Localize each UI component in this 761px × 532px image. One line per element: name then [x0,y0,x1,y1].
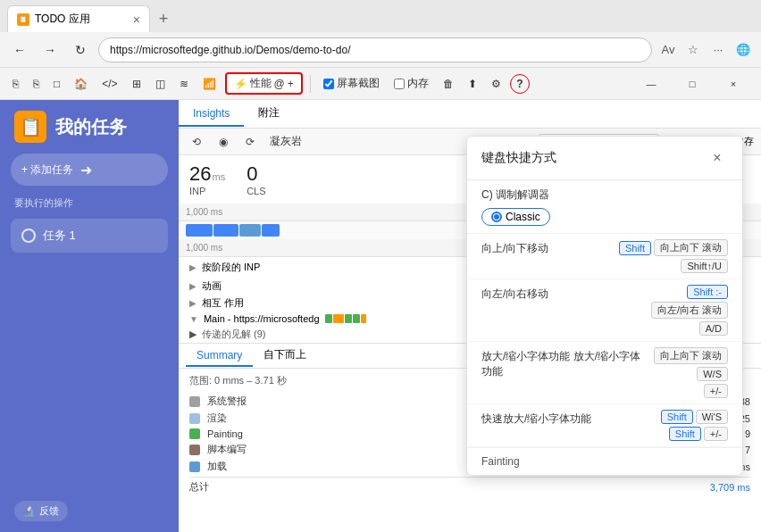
inp-value: 26 [189,162,211,186]
browser-tab[interactable]: 📋 TODO 应用 × [7,5,150,32]
window-controls: — □ × [631,68,754,100]
tab-insights[interactable]: Insights [179,102,244,127]
edge-icon[interactable]: 🌐 [732,39,754,61]
kbd-shift-4: Shift [669,427,701,441]
mini-block-green3 [353,314,360,323]
tab-notes[interactable]: 附注 [244,100,294,128]
tab-favicon: 📋 [17,13,29,26]
toolbar-delete-btn[interactable]: 🗑 [438,72,459,96]
performance-button[interactable]: ⚡ 性能 @ + [225,72,303,95]
debugger-label: C) 调制解调器 [481,187,728,203]
task-checkbox-1[interactable] [21,229,36,243]
toolbar-btn-home[interactable]: 🏠 [69,72,93,96]
toolbar-btn-grid[interactable]: ⊞ [127,72,146,96]
shortcut-action-2: 放大/缩小字体功能 放大/缩小字体功能 [481,347,647,379]
shortcut-row-2: 放大/缩小字体功能 放大/缩小字体功能 向上向下 滚动 W/S +/- [467,342,742,404]
dialog-close-button[interactable]: × [707,147,728,169]
timeline-block-blue2 [213,224,238,237]
record-btn[interactable]: ⟲ [186,131,207,153]
forward-button[interactable]: → [38,37,63,62]
toolbar-btn-2[interactable]: ⎘ [28,72,45,96]
toolbar-btn-1[interactable]: ⎘ [7,72,24,96]
toolbar-upload-btn[interactable]: ⬆ [463,72,482,96]
stop-btn[interactable]: ◉ [213,131,234,153]
dialog-header: 键盘快捷方式 × [467,137,742,180]
reload-btn[interactable]: ⟳ [239,131,261,153]
dialog-title: 键盘快捷方式 [481,150,556,166]
address-input[interactable] [98,37,652,62]
radio-group: Classic [481,208,728,226]
devtools-toolbar-row: ⎘ ⎘ □ 🏠 </> ⊞ ◫ ≋ 📶 ⚡ 性能 @ + 屏幕截图 内存 🗑 ⬆… [0,68,761,100]
kbd-shift-3: Shift [661,410,693,424]
timeline-block-blue3 [262,224,280,237]
back-button[interactable]: ← [7,37,32,62]
read-aloud-icon[interactable]: Av [657,39,679,61]
section-label: 要执行的操作 [0,186,179,215]
toolbar-btn-code[interactable]: </> [96,72,122,96]
classic-radio-option[interactable]: Classic [481,208,550,226]
add-task-label: + 添加任务 [21,162,73,178]
maximize-button[interactable]: □ [672,68,713,100]
shortcut-action-3: 快速放大/缩小字体功能 [481,410,654,427]
inp-triangle-icon: ▶ [189,262,197,272]
perf-label: 性能 [250,76,272,91]
anim-triangle-icon: ▶ [189,281,197,291]
app-sidebar: 📋 我的任务 + 添加任务 ➜ 要执行的操作 任务 1 🔬 反馈 [0,100,179,532]
time-marker-1: 1,000 ms [186,207,222,217]
refresh-button[interactable]: ↻ [68,37,93,62]
kbd-shift-0: Shift [619,241,651,255]
legend-color-1 [189,413,200,424]
key-combo-2-2: +/- [704,384,728,398]
mini-block-green [325,314,332,323]
browser-window: 📋 TODO 应用 × + ← → ↻ Av ☆ ··· 🌐 ⎘ ⎘ □ 🏠 <… [0,0,761,532]
shortcut-keys-0: Shift 向上向下 滚动 Shift↑/U [619,239,728,273]
favorites-icon[interactable]: ☆ [682,39,704,61]
insights-tab-bar: Insights 附注 [179,100,761,129]
toolbar-separator [310,75,311,93]
tab-close-btn[interactable]: × [133,13,140,26]
toolbar-btn-signal[interactable]: 📶 [197,72,222,96]
add-task-arrow-icon: ➜ [80,162,92,179]
task-item-1[interactable]: 任务 1 [11,219,168,253]
shortcut-row-3: 快速放大/缩小字体功能 Shift Wi'S Shift +/- [467,404,742,447]
memory-label: 内存 [407,76,429,91]
memory-checkbox[interactable] [394,79,405,89]
address-actions: Av ☆ ··· 🌐 [657,39,754,61]
screenshot-checkbox[interactable] [323,79,334,89]
传递-label: 传递的见解 (9) [202,328,266,341]
more-tools-icon[interactable]: ··· [707,39,729,61]
app-header: 📋 我的任务 [0,100,179,154]
kbd-ad: A/D [699,321,728,336]
minimize-button[interactable]: — [631,68,672,100]
kbd-ws: W/S [697,367,728,381]
toolbar-settings-btn[interactable]: ⚙ [486,72,506,96]
shortcut-action-1: 向左/向右移动 [481,285,644,302]
add-task-button[interactable]: + 添加任务 ➜ [11,154,168,186]
close-button[interactable]: × [713,68,754,100]
toolbar-memory-btn[interactable]: 内存 [389,72,434,96]
toolbar-help-btn[interactable]: ? [510,74,530,94]
inp-metric: 26 ms INP [189,162,225,196]
kbd-shift-lr: Shift :- [687,285,728,299]
timeline-block-light-blue [239,224,261,237]
toolbar-btn-3[interactable]: □ [48,72,65,96]
toolbar-screenshot-btn[interactable]: 屏幕截图 [318,72,385,96]
toolbar-btn-split[interactable]: ◫ [150,72,171,96]
tab-summary[interactable]: Summary [186,345,253,367]
new-tab-button[interactable]: + [150,5,177,32]
mini-blocks [325,314,366,323]
key-combo-1-1: 向左/向右 滚动 [651,302,728,319]
toolbar-btn-wifi[interactable]: ≋ [174,72,194,96]
radio-dot-filled [491,212,502,222]
kbd-lr-scroll: 向左/向右 滚动 [651,302,728,319]
feedback-label: 反馈 [39,504,59,518]
tab-bottom-up[interactable]: 自下而上 [253,344,317,368]
cls-metric: 0 CLS [247,162,265,196]
mini-block-orange2 [361,314,366,323]
feedback-button[interactable]: 🔬 反馈 [14,501,68,521]
inp-section-label: 按阶段的 INP [202,261,260,274]
mini-block-green2 [345,314,352,323]
kbd-plus-minus: +/- [704,384,728,398]
cls-value: 0 [247,162,265,186]
main-thread-triangle: ▼ [189,314,198,324]
